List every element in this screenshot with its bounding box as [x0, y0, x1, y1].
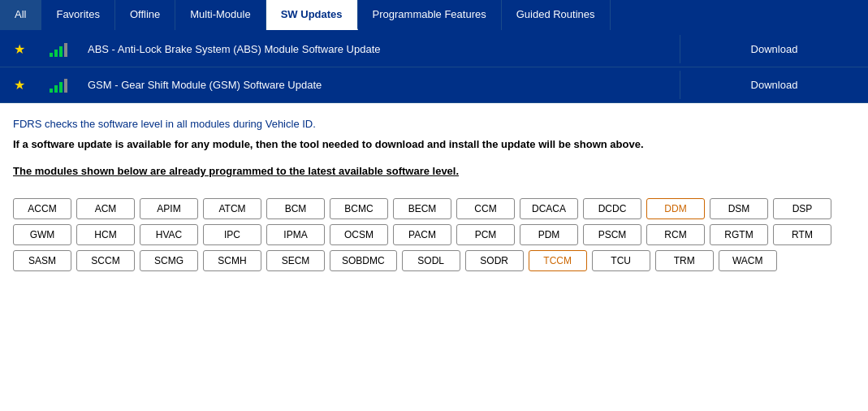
module-chip-scmg[interactable]: SCMG: [140, 250, 198, 271]
info-link-text: FDRS checks the software level in all mo…: [13, 118, 855, 130]
tab-favorites[interactable]: Favorites: [41, 0, 114, 30]
module-chip-sodr[interactable]: SODR: [465, 250, 524, 271]
module-chip-dsp[interactable]: DSP: [773, 198, 831, 219]
module-chip-hvac[interactable]: HVAC: [140, 224, 198, 245]
module-chip-accm[interactable]: ACCM: [13, 198, 71, 219]
module-chip-scmh[interactable]: SCMH: [203, 250, 261, 271]
download-button-1[interactable]: Download: [680, 71, 868, 99]
module-chip-atcm[interactable]: ATCM: [203, 198, 261, 219]
module-chip-tcu[interactable]: TCU: [592, 250, 650, 271]
module-chip-tccm[interactable]: TCCM: [529, 250, 587, 271]
info-section: FDRS checks the software level in all mo…: [0, 103, 868, 198]
module-chip-sodl[interactable]: SODL: [402, 250, 460, 271]
signal-icon-1: [39, 78, 78, 93]
module-chip-sobdmc[interactable]: SOBDMC: [330, 250, 397, 271]
row-label-1: GSM - Gear Shift Module (GSM) Software U…: [78, 71, 680, 99]
signal-icon-0: [39, 42, 78, 57]
update-row-0: ★ ABS - Anti-Lock Brake System (ABS) Mod…: [0, 32, 868, 67]
module-chip-wacm[interactable]: WACM: [719, 250, 777, 271]
tab-multi-module[interactable]: Multi-Module: [175, 0, 266, 30]
module-chip-dcdc[interactable]: DCDC: [583, 198, 641, 219]
tab-guided-routines[interactable]: Guided Routines: [502, 0, 611, 30]
module-chip-bcm[interactable]: BCM: [266, 198, 325, 219]
module-chip-ipma[interactable]: IPMA: [266, 224, 325, 245]
star-icon-1[interactable]: ★: [0, 77, 39, 93]
module-chip-sccm[interactable]: SCCM: [76, 250, 135, 271]
module-chip-pscm[interactable]: PSCM: [583, 224, 641, 245]
tab-sw-updates[interactable]: SW Updates: [266, 0, 358, 30]
info-bold-text: If a software update is available for an…: [13, 138, 855, 150]
module-chip-becm[interactable]: BECM: [393, 198, 451, 219]
module-chip-secm[interactable]: SECM: [266, 250, 325, 271]
module-chip-rgtm[interactable]: RGTM: [710, 224, 768, 245]
tab-all[interactable]: All: [0, 0, 41, 30]
module-chip-ocsm[interactable]: OCSM: [330, 224, 388, 245]
module-chip-ddm[interactable]: DDM: [646, 198, 705, 219]
module-grid: ACCMACMAPIMATCMBCMBCMCBECMCCMDCACADCDCDD…: [0, 198, 868, 284]
module-chip-sasm[interactable]: SASM: [13, 250, 71, 271]
update-row-1: ★ GSM - Gear Shift Module (GSM) Software…: [0, 67, 868, 103]
module-chip-gwm[interactable]: GWM: [13, 224, 71, 245]
tab-bar: AllFavoritesOfflineMulti-ModuleSW Update…: [0, 0, 868, 32]
module-chip-acm[interactable]: ACM: [76, 198, 135, 219]
info-underline-text: The modules shown below are already prog…: [13, 165, 855, 177]
module-chip-dsm[interactable]: DSM: [710, 198, 768, 219]
module-chip-pacm[interactable]: PACM: [393, 224, 451, 245]
module-chip-ccm[interactable]: CCM: [456, 198, 515, 219]
module-chip-ipc[interactable]: IPC: [203, 224, 261, 245]
module-chip-bcmc[interactable]: BCMC: [330, 198, 388, 219]
update-rows: ★ ABS - Anti-Lock Brake System (ABS) Mod…: [0, 32, 868, 103]
module-chip-apim[interactable]: APIM: [140, 198, 198, 219]
tab-programmable-features[interactable]: Programmable Features: [358, 0, 502, 30]
module-chip-rcm[interactable]: RCM: [646, 224, 705, 245]
module-chip-trm[interactable]: TRM: [655, 250, 714, 271]
module-chip-rtm[interactable]: RTM: [773, 224, 831, 245]
module-chip-pcm[interactable]: PCM: [456, 224, 515, 245]
download-button-0[interactable]: Download: [680, 35, 868, 63]
row-label-0: ABS - Anti-Lock Brake System (ABS) Modul…: [78, 35, 680, 63]
module-chip-hcm[interactable]: HCM: [76, 224, 135, 245]
tab-offline[interactable]: Offline: [115, 0, 175, 30]
star-icon-0[interactable]: ★: [0, 41, 39, 57]
module-chip-dcaca[interactable]: DCACA: [520, 198, 578, 219]
module-chip-pdm[interactable]: PDM: [520, 224, 578, 245]
